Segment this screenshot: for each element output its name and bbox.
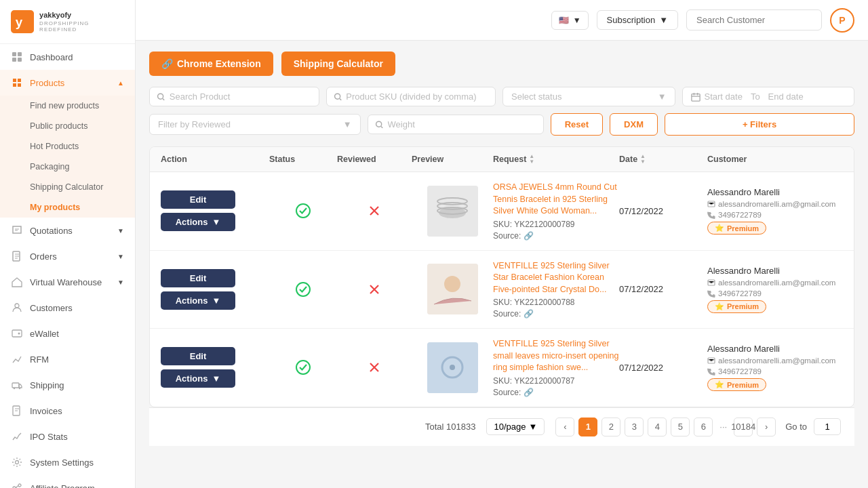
sku-0: SKU: YK22120000789: [493, 220, 619, 229]
reviewed-cell-1: [337, 282, 412, 297]
sidebar-item-find-new-products[interactable]: Find new products: [0, 96, 135, 116]
sidebar-item-ewallet[interactable]: eWallet: [0, 321, 135, 346]
actions-button-0[interactable]: Actions ▼: [161, 213, 235, 231]
date-sort[interactable]: ▲▼: [640, 154, 646, 165]
sku-input[interactable]: [346, 92, 488, 102]
reviewed-cell-0: [337, 203, 412, 218]
search-product-input[interactable]: [170, 92, 312, 102]
user-avatar[interactable]: P: [830, 8, 854, 33]
edit-button-1[interactable]: Edit: [161, 269, 235, 287]
sidebar-item-customers[interactable]: Customers: [0, 295, 135, 321]
request-sort[interactable]: ▲▼: [529, 154, 534, 165]
sidebar-item-orders[interactable]: Orders ▼: [0, 243, 135, 269]
sidebar-item-hot-products[interactable]: Hot Products: [0, 136, 135, 157]
customer-email-0: alessandromarelli.am@gmail.com: [707, 200, 843, 208]
status-check-icon-1: [295, 281, 311, 298]
sidebar-item-virtual-warehouse[interactable]: Virtual Warehouse ▼: [0, 269, 135, 295]
product-image-2: [427, 342, 478, 393]
premium-badge-0: ⭐ Premium: [707, 222, 766, 235]
sidebar-item-shipping-calculator[interactable]: Shipping Calculator: [0, 177, 135, 197]
page-4-button[interactable]: 4: [648, 418, 667, 436]
reviewed-arrow: ▼: [343, 119, 352, 129]
customer-email-1: alessandromarelli.am@gmail.com: [707, 279, 843, 287]
col-customer: Customer: [707, 154, 843, 165]
reviewed-filter[interactable]: Filter by Reviewed ▼: [149, 114, 361, 135]
weight-search-wrap: [368, 115, 544, 134]
language-selector[interactable]: 🇺🇸 ▼: [551, 11, 589, 30]
brand-tagline: DROPSHIPPING REDEFINED: [39, 20, 124, 33]
sidebar-item-system-settings[interactable]: System Settings: [0, 449, 135, 475]
goto-label: Go to: [785, 422, 807, 432]
more-filters-button[interactable]: + Filters: [665, 113, 854, 136]
search-customer-input[interactable]: [686, 9, 822, 30]
date-range-wrap[interactable]: Start date To End date: [682, 87, 855, 106]
search-product-wrap: [149, 87, 319, 106]
weight-input[interactable]: [388, 119, 536, 129]
dxm-button[interactable]: DXM: [610, 113, 658, 136]
source-link-icon-1[interactable]: 🔗: [524, 309, 534, 319]
svg-point-29: [296, 283, 310, 296]
svg-rect-20: [691, 94, 699, 101]
sidebar-item-affiliate-program[interactable]: Affiliate Program: [0, 475, 135, 488]
edit-button-0[interactable]: Edit: [161, 190, 235, 209]
sidebar-item-products[interactable]: Products ▲: [0, 70, 135, 96]
sidebar-item-shipping[interactable]: Shipping: [0, 372, 135, 398]
quotations-arrow: ▼: [117, 227, 124, 235]
sidebar-label-quotations: Quotations: [30, 226, 73, 236]
subscription-button[interactable]: Subscription ▼: [597, 10, 678, 30]
filter-row-2: Filter by Reviewed ▼ Reset DXM + Filters: [149, 113, 854, 136]
customer-cell-1: Alessandro Marelli alessandromarelli.am@…: [707, 266, 843, 313]
product-img-placeholder-1: [427, 264, 478, 314]
actions-chevron-1: ▼: [212, 296, 220, 306]
sidebar-item-public-products[interactable]: Public products: [0, 116, 135, 136]
goto-input[interactable]: [814, 418, 841, 435]
edit-button-2[interactable]: Edit: [161, 347, 235, 365]
affiliate-icon: [11, 482, 23, 488]
actions-button-2[interactable]: Actions ▼: [161, 369, 235, 388]
page-size-selector[interactable]: 10/page ▼: [486, 418, 545, 435]
customer-phone-2: 3496722789: [707, 367, 843, 375]
date-cell-0: 07/12/2022: [619, 206, 707, 216]
prev-page-button[interactable]: ‹: [555, 418, 574, 436]
sidebar-item-quotations[interactable]: Quotations ▼: [0, 218, 135, 243]
source-link-icon-0[interactable]: 🔗: [524, 231, 534, 241]
chrome-extension-button[interactable]: 🔗 Chrome Extension: [149, 52, 273, 76]
source-link-icon-2[interactable]: 🔗: [524, 388, 534, 397]
svg-rect-8: [12, 330, 22, 337]
content-area: 🔗 Chrome Extension Shipping Calculator S…: [136, 41, 868, 488]
reset-button[interactable]: Reset: [551, 113, 603, 136]
next-page-button[interactable]: ›: [757, 418, 776, 436]
sidebar-item-dashboard[interactable]: Dashboard: [0, 44, 135, 70]
svg-rect-4: [12, 58, 16, 62]
last-page-button[interactable]: 10184: [734, 418, 753, 436]
sidebar-item-my-products[interactable]: My products: [0, 197, 135, 218]
star-icon-2: ⭐: [715, 380, 724, 389]
sidebar-item-packaging[interactable]: Packaging: [0, 157, 135, 177]
premium-badge-2: ⭐ Premium: [707, 378, 766, 391]
product-link-0[interactable]: ORSA JEWELS 4mm Round Cut Tennis Bracele…: [493, 182, 619, 218]
sidebar-item-ipo-stats[interactable]: IPO Stats: [0, 424, 135, 449]
actions-button-1[interactable]: Actions ▼: [161, 291, 235, 310]
sidebar-item-invoices[interactable]: Invoices: [0, 398, 135, 424]
sku-2: SKU: YK22120000787: [493, 376, 619, 386]
product-link-1[interactable]: VENTFILLE 925 Sterling Silver Star Brace…: [493, 260, 619, 296]
svg-point-21: [376, 121, 381, 127]
star-icon-0: ⭐: [715, 224, 724, 232]
products-icon: [11, 77, 23, 89]
table-row: Edit Actions ▼: [150, 172, 854, 251]
page-2-button[interactable]: 2: [601, 418, 620, 436]
shipping-calculator-button[interactable]: Shipping Calculator: [281, 52, 395, 76]
page-size-arrow: ▼: [528, 422, 537, 432]
status-select[interactable]: Select status ▼: [502, 87, 675, 106]
sidebar-item-rfm[interactable]: RFM: [0, 346, 135, 372]
page-1-button[interactable]: 1: [578, 418, 597, 436]
sidebar-label-rfm: RFM: [30, 354, 49, 365]
product-link-2[interactable]: VENTFILLE 925 Sterling Silver small leav…: [493, 338, 619, 374]
rfm-icon: [11, 353, 23, 365]
page-5-button[interactable]: 5: [671, 418, 690, 436]
flag-icon: 🇺🇸: [559, 16, 569, 25]
page-6-button[interactable]: 6: [694, 418, 713, 436]
preview-cell-2: [412, 342, 493, 393]
customer-name-2: Alessandro Marelli: [707, 344, 843, 354]
page-3-button[interactable]: 3: [625, 418, 644, 436]
